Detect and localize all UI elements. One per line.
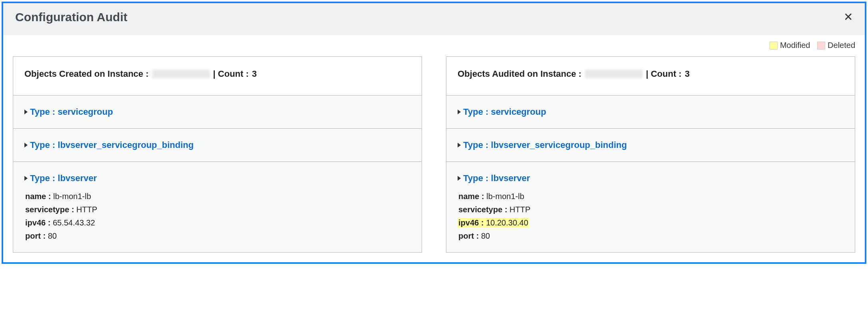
panels-row: Objects Created on Instance : | Count : … (13, 56, 855, 253)
detail-row: name : lb-mon1-lb (458, 191, 844, 201)
panel-audited: Objects Audited on Instance : | Count : … (446, 56, 855, 253)
detail-value: HTTP (510, 205, 530, 214)
section-created-1: Type : lbvserver_servicegroup_binding (13, 129, 422, 162)
detail-value: 10.20.30.40 (486, 218, 528, 227)
chevron-right-icon (24, 143, 28, 148)
detail-value: 80 (48, 231, 57, 240)
page-title: Configuration Audit (15, 10, 128, 24)
type-label: Type : lbvserver_servicegroup_binding (463, 140, 627, 150)
chevron-right-icon (24, 176, 28, 181)
type-label: Type : lbvserver (463, 173, 530, 183)
detail-row: servicetype : HTTP (24, 205, 410, 215)
type-label: Type : servicegroup (463, 107, 546, 117)
swatch-modified-icon (770, 42, 778, 50)
section-created-2: Type : lbvserver name : lb-mon1-lb servi… (13, 162, 422, 252)
swatch-deleted-icon (817, 42, 825, 50)
detail-key: ipv46 : (25, 218, 50, 227)
detail-value: 80 (481, 231, 490, 240)
chevron-right-icon (24, 110, 28, 114)
legend-modified: Modified (770, 41, 810, 50)
panel-audited-count: 3 (685, 69, 690, 79)
legend: Modified Deleted (13, 38, 855, 56)
type-label: Type : servicegroup (30, 107, 113, 117)
details-created-2: name : lb-mon1-lb servicetype : HTTP ipv… (24, 191, 410, 241)
detail-value: HTTP (76, 205, 97, 214)
instance-ip-redacted (585, 70, 643, 78)
chevron-right-icon (458, 110, 461, 114)
panel-created-count: 3 (252, 69, 257, 79)
type-toggle-audited-1[interactable]: Type : lbvserver_servicegroup_binding (458, 140, 844, 150)
section-created-0: Type : servicegroup (13, 96, 422, 129)
detail-row: port : 80 (24, 231, 410, 241)
detail-key: servicetype : (458, 205, 507, 214)
modal-header: Configuration Audit ✕ (3, 3, 865, 35)
type-toggle-created-2[interactable]: Type : lbvserver (24, 173, 410, 183)
legend-deleted-label: Deleted (828, 41, 855, 50)
panel-created-header: Objects Created on Instance : | Count : … (13, 57, 422, 96)
detail-row: port : 80 (458, 231, 844, 241)
instance-ip-redacted (152, 70, 210, 78)
detail-row: name : lb-mon1-lb (24, 191, 410, 201)
panel-created-prefix: Objects Created on Instance : (24, 69, 149, 79)
chevron-right-icon (458, 176, 461, 181)
detail-key: servicetype : (25, 205, 74, 214)
type-toggle-created-0[interactable]: Type : servicegroup (24, 107, 410, 117)
detail-row: ipv46 : 65.54.43.32 (24, 218, 410, 228)
panel-audited-header: Objects Audited on Instance : | Count : … (446, 57, 855, 96)
legend-modified-label: Modified (780, 41, 810, 50)
detail-value: lb-mon1-lb (486, 192, 524, 201)
panel-audited-prefix: Objects Audited on Instance : (458, 69, 582, 79)
type-label: Type : lbvserver_servicegroup_binding (30, 140, 194, 150)
type-toggle-audited-0[interactable]: Type : servicegroup (458, 107, 844, 117)
detail-key: port : (458, 231, 479, 240)
detail-key: name : (458, 192, 484, 201)
legend-deleted: Deleted (817, 41, 855, 50)
detail-row: servicetype : HTTP (458, 205, 844, 215)
close-icon[interactable]: ✕ (844, 12, 853, 23)
type-label: Type : lbvserver (30, 173, 97, 183)
detail-value: 65.54.43.32 (53, 218, 95, 227)
panel-audited-count-prefix: | Count : (646, 69, 682, 79)
type-toggle-created-1[interactable]: Type : lbvserver_servicegroup_binding (24, 140, 410, 150)
detail-key: ipv46 : (458, 218, 484, 227)
modal-container: Configuration Audit ✕ Modified Deleted O… (2, 2, 866, 264)
detail-key: port : (25, 231, 46, 240)
panel-created: Objects Created on Instance : | Count : … (13, 56, 422, 253)
section-audited-2: Type : lbvserver name : lb-mon1-lb servi… (446, 162, 855, 252)
detail-row-modified: ipv46 : 10.20.30.40 (458, 218, 529, 228)
details-audited-2: name : lb-mon1-lb servicetype : HTTP ipv… (458, 191, 844, 241)
detail-key: name : (25, 192, 51, 201)
panel-created-count-prefix: | Count : (213, 69, 249, 79)
detail-value: lb-mon1-lb (53, 192, 91, 201)
chevron-right-icon (458, 143, 461, 148)
section-audited-1: Type : lbvserver_servicegroup_binding (446, 129, 855, 162)
modal-content: Modified Deleted Objects Created on Inst… (3, 35, 865, 262)
section-audited-0: Type : servicegroup (446, 96, 855, 129)
type-toggle-audited-2[interactable]: Type : lbvserver (458, 173, 844, 183)
